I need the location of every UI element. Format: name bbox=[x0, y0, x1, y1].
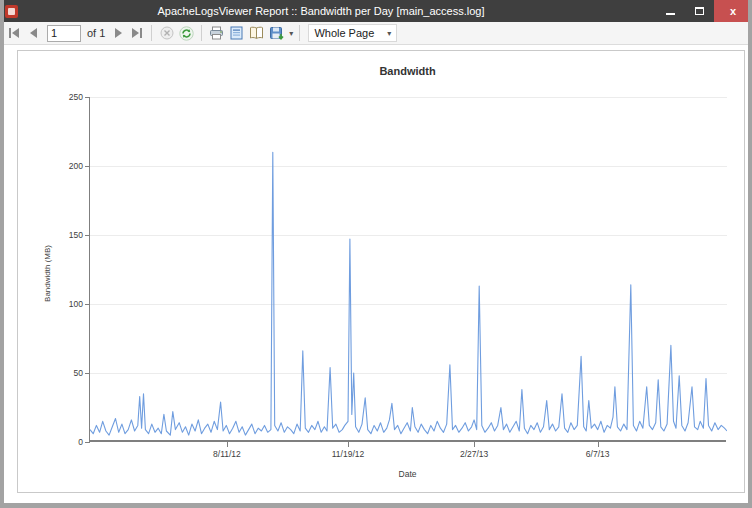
first-page-icon bbox=[8, 28, 20, 38]
bandwidth-series-line bbox=[90, 152, 727, 435]
next-page-button[interactable] bbox=[110, 24, 126, 42]
window-title: ApacheLogsViewer Report :: Bandwidth per… bbox=[0, 5, 642, 17]
x-tick-label: 11/19/12 bbox=[318, 449, 378, 459]
report-toolbar: of 1 ▾ Whole Page ▾ bbox=[0, 22, 752, 45]
refresh-button[interactable] bbox=[178, 25, 195, 42]
stop-button[interactable] bbox=[158, 25, 175, 42]
x-tick bbox=[474, 442, 475, 447]
x-tick bbox=[227, 442, 228, 447]
zoom-select-value: Whole Page bbox=[314, 27, 374, 39]
chart-title: Bandwidth bbox=[89, 65, 726, 77]
bandwidth-line-chart bbox=[90, 97, 727, 442]
toolbar-separator bbox=[201, 25, 202, 41]
previous-page-icon bbox=[29, 28, 38, 38]
x-axis-title: Date bbox=[89, 469, 726, 479]
y-tick-label: 50 bbox=[43, 368, 83, 378]
y-tick bbox=[85, 442, 90, 443]
window-controls: x bbox=[656, 0, 752, 22]
x-tick bbox=[348, 442, 349, 447]
print-layout-icon bbox=[230, 26, 243, 40]
refresh-icon bbox=[179, 26, 194, 41]
zoom-select[interactable]: Whole Page ▾ bbox=[308, 24, 397, 42]
y-tick-label: 0 bbox=[43, 437, 83, 447]
report-viewport: Bandwidth Bandwidth (MB) 050100150200250… bbox=[0, 45, 752, 503]
toolbar-separator bbox=[151, 25, 152, 41]
page-number-input[interactable] bbox=[47, 25, 81, 42]
maximize-button[interactable] bbox=[685, 0, 714, 22]
stop-icon bbox=[160, 26, 174, 40]
toolbar-separator bbox=[299, 25, 300, 41]
page-setup-icon bbox=[249, 26, 264, 40]
title-bar: ApacheLogsViewer Report :: Bandwidth per… bbox=[0, 0, 752, 22]
export-dropdown-caret[interactable]: ▾ bbox=[289, 29, 293, 38]
y-tick-label: 100 bbox=[43, 299, 83, 309]
chevron-down-icon: ▾ bbox=[387, 29, 391, 38]
y-tick-label: 250 bbox=[43, 92, 83, 102]
first-page-button[interactable] bbox=[6, 24, 22, 42]
app-window: ApacheLogsViewer Report :: Bandwidth per… bbox=[0, 0, 752, 508]
print-layout-button[interactable] bbox=[228, 25, 245, 42]
export-button[interactable] bbox=[268, 25, 285, 42]
chart-plot-area: 0501001502002508/11/1211/19/122/27/136/7… bbox=[89, 97, 726, 442]
page-setup-button[interactable] bbox=[248, 25, 265, 42]
page-count-label: of 1 bbox=[87, 27, 105, 39]
last-page-button[interactable] bbox=[129, 24, 145, 42]
report-page: Bandwidth Bandwidth (MB) 050100150200250… bbox=[17, 50, 745, 493]
minimize-button[interactable] bbox=[656, 0, 685, 22]
y-tick-label: 150 bbox=[43, 230, 83, 240]
x-tick-label: 2/27/13 bbox=[444, 449, 504, 459]
x-tick-label: 8/11/12 bbox=[197, 449, 257, 459]
export-icon bbox=[269, 26, 284, 40]
y-tick-label: 200 bbox=[43, 161, 83, 171]
previous-page-button[interactable] bbox=[25, 24, 41, 42]
close-button[interactable]: x bbox=[714, 0, 752, 22]
print-button[interactable] bbox=[208, 25, 225, 42]
last-page-icon bbox=[131, 28, 143, 38]
next-page-icon bbox=[114, 28, 123, 38]
print-icon bbox=[209, 26, 224, 40]
x-tick-label: 6/7/13 bbox=[568, 449, 628, 459]
x-tick bbox=[598, 442, 599, 447]
